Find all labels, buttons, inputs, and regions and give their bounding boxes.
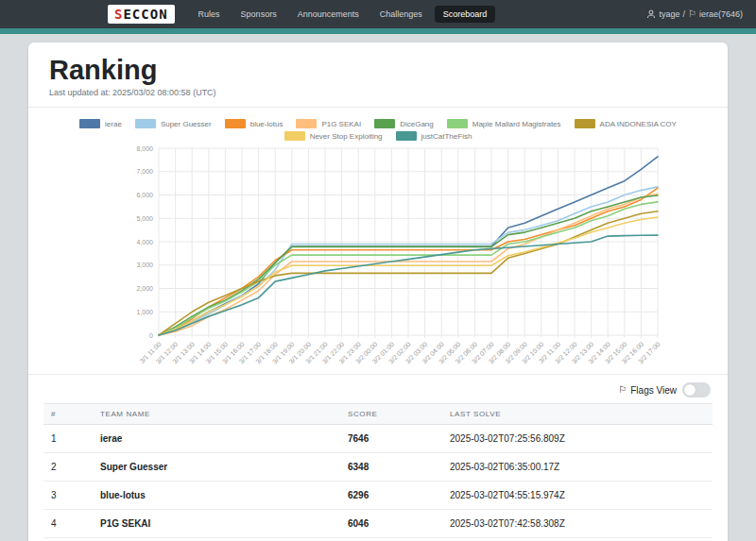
cell-rank: 5 bbox=[43, 538, 93, 541]
legend-item[interactable]: P1G SEKAI bbox=[296, 119, 361, 128]
y-tick-label: 5,000 bbox=[136, 215, 153, 222]
cell-score: 6348 bbox=[340, 453, 442, 482]
nav-links: RulesSponsorsAnnouncementsChallengesScor… bbox=[190, 6, 496, 23]
legend-label: P1G SEKAI bbox=[321, 120, 361, 128]
legend-item[interactable]: Super Guesser bbox=[135, 119, 212, 128]
y-tick-label: 4,000 bbox=[136, 239, 153, 245]
legend-item[interactable]: ierae bbox=[79, 119, 122, 128]
legend-item[interactable]: Never Stop Exploiting bbox=[284, 131, 383, 141]
cell-last: 2025-03-02T04:55:15.974Z bbox=[442, 482, 713, 510]
table-header-score: Score bbox=[340, 404, 442, 425]
nav-link-challenges[interactable]: Challenges bbox=[371, 6, 431, 23]
main-card: Ranking Last updated at: 2025/03/02 08:0… bbox=[28, 42, 728, 541]
ranking-header: Ranking Last updated at: 2025/03/02 08:0… bbox=[28, 42, 728, 108]
table-row[interactable]: 5DiceGang59802025-03-02T02:08:36.131Z bbox=[43, 538, 713, 541]
table-header-#: # bbox=[43, 404, 93, 425]
legend-swatch bbox=[225, 119, 246, 128]
legend-item[interactable]: justCatTheFish bbox=[396, 131, 472, 141]
nav-link-announcements[interactable]: Announcements bbox=[289, 6, 368, 23]
legend-label: Super Guesser bbox=[161, 120, 212, 128]
table-row[interactable]: 4P1G SEKAI60462025-03-02T07:42:58.308Z bbox=[43, 510, 713, 538]
legend-swatch bbox=[374, 119, 395, 128]
nav-link-rules[interactable]: Rules bbox=[190, 6, 229, 23]
logo-letters: ECCON bbox=[123, 7, 167, 22]
legend-swatch bbox=[135, 119, 156, 128]
legend-swatch bbox=[447, 119, 468, 128]
legend-label: blue-lotus bbox=[250, 120, 284, 128]
cell-rank: 1 bbox=[43, 425, 93, 453]
flag-icon: ⚐ bbox=[688, 9, 696, 19]
cell-team: DiceGang bbox=[93, 538, 340, 541]
cell-last: 2025-03-02T06:35:00.17Z bbox=[442, 453, 713, 482]
y-tick-label: 6,000 bbox=[136, 192, 153, 198]
person-icon bbox=[646, 9, 656, 19]
y-tick-label: 3,000 bbox=[136, 262, 153, 268]
ranking-table: #Team nameScoreLast solve 1ierae76462025… bbox=[43, 403, 713, 541]
cell-team: blue-lotus bbox=[93, 482, 340, 510]
cell-score: 6046 bbox=[340, 510, 442, 538]
legend-row: ieraeSuper Guesserblue-lotusP1G SEKAIDic… bbox=[79, 119, 677, 128]
y-tick-label: 1,000 bbox=[136, 309, 153, 315]
legend-swatch bbox=[284, 131, 305, 141]
user-separator: / bbox=[682, 9, 685, 19]
cell-rank: 3 bbox=[43, 482, 93, 510]
legend-label: DiceGang bbox=[400, 120, 434, 128]
table-row[interactable]: 1ierae76462025-03-02T07:25:56.809Z bbox=[43, 425, 713, 453]
cell-team: Super Guesser bbox=[93, 453, 340, 482]
legend-item[interactable]: Maple Mallard Magistrates bbox=[447, 119, 561, 128]
legend-label: justCatTheFish bbox=[421, 132, 472, 141]
legend-label: Maple Mallard Magistrates bbox=[472, 120, 561, 128]
table-tools: ⚐Flags View bbox=[28, 375, 728, 403]
user-team: ierae(7646) bbox=[699, 9, 743, 19]
user-name: tyage bbox=[659, 9, 679, 19]
table-header-team-name: Team name bbox=[93, 404, 340, 425]
last-updated-text: Last updated at: 2025/03/02 08:00:58 (UT… bbox=[49, 88, 707, 97]
chart-legend: ieraeSuper Guesserblue-lotusP1G SEKAIDic… bbox=[28, 119, 728, 141]
legend-row: Never Stop ExploitingjustCatTheFish bbox=[284, 131, 472, 141]
legend-label: ADA INDONESIA COY bbox=[600, 120, 677, 128]
nav-link-scoreboard[interactable]: Scoreboard bbox=[435, 6, 496, 23]
legend-item[interactable]: blue-lotus bbox=[225, 119, 284, 128]
user-info[interactable]: tyage / ⚐ ierae(7646) bbox=[646, 9, 743, 19]
cell-score: 7646 bbox=[340, 425, 442, 453]
cell-last: 2025-03-02T07:25:56.809Z bbox=[442, 425, 713, 453]
cell-score: 6296 bbox=[340, 482, 442, 510]
cell-rank: 4 bbox=[43, 510, 93, 538]
legend-swatch bbox=[396, 131, 417, 141]
score-chart-section: ieraeSuper Guesserblue-lotusP1G SEKAIDic… bbox=[28, 108, 728, 375]
flags-view-label: ⚐Flags View bbox=[618, 385, 677, 396]
y-tick-label: 2,000 bbox=[136, 285, 153, 292]
y-tick-label: 0 bbox=[149, 332, 153, 339]
cell-last: 2025-03-02T07:42:58.308Z bbox=[442, 510, 713, 538]
cell-rank: 2 bbox=[43, 453, 93, 482]
nav-link-sponsors[interactable]: Sponsors bbox=[232, 6, 285, 23]
legend-swatch bbox=[296, 119, 317, 128]
seccon-logo[interactable]: SECCON bbox=[108, 5, 175, 24]
page-title: Ranking bbox=[49, 55, 707, 85]
flag-icon: ⚐ bbox=[618, 385, 627, 395]
legend-label: Never Stop Exploiting bbox=[310, 132, 383, 141]
flags-view-toggle[interactable] bbox=[682, 382, 711, 397]
y-tick-label: 7,000 bbox=[136, 168, 153, 175]
cell-team: P1G SEKAI bbox=[93, 510, 340, 538]
cell-score: 5980 bbox=[340, 538, 442, 541]
table-row[interactable]: 3blue-lotus62962025-03-02T04:55:15.974Z bbox=[43, 482, 713, 510]
legend-label: ierae bbox=[105, 120, 122, 128]
table-row[interactable]: 2Super Guesser63482025-03-02T06:35:00.17… bbox=[43, 453, 713, 482]
y-tick-label: 8,000 bbox=[136, 145, 153, 152]
legend-item[interactable]: DiceGang bbox=[374, 119, 434, 128]
cell-last: 2025-03-02T02:08:36.131Z bbox=[442, 538, 713, 541]
score-line-chart: 3/1 11:003/1 12:003/1 13:003/1 14:003/1 … bbox=[28, 143, 728, 374]
cell-team: ierae bbox=[93, 425, 340, 453]
accent-bar bbox=[0, 28, 756, 34]
top-navbar: SECCON RulesSponsorsAnnouncementsChallen… bbox=[0, 0, 756, 28]
legend-swatch bbox=[79, 119, 100, 128]
toggle-knob bbox=[684, 384, 696, 396]
legend-item[interactable]: ADA INDONESIA COY bbox=[575, 119, 677, 128]
table-header-last-solve: Last solve bbox=[442, 404, 713, 425]
legend-swatch bbox=[575, 119, 595, 128]
